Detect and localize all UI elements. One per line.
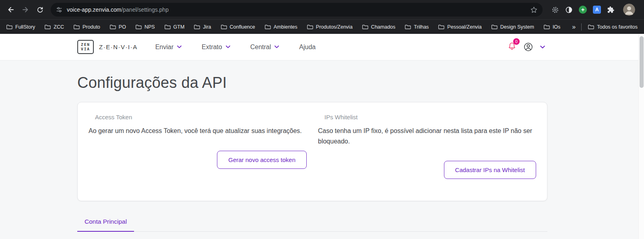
bookmark-item[interactable]: Confluence [221,24,255,30]
back-icon [7,6,15,14]
bookmark-label: Pessoal/Zenvia [447,24,481,30]
profile-avatar[interactable] [623,4,635,16]
bookmark-item[interactable]: PO [110,24,126,30]
bookmark-item[interactable]: Trilhas [405,24,429,30]
bookmark-item[interactable]: IOs [544,24,560,30]
url-bar[interactable]: voice-app.zenvia.com/panel/settings.php [51,3,543,17]
gear-icon[interactable] [551,6,559,14]
contrast-icon[interactable] [565,6,573,14]
bookmark-label: IOs [553,24,560,30]
bookmark-label: ZCC [54,24,64,30]
bookmark-label: Produtos/Zenvia [316,24,353,30]
folder-icon [221,24,227,29]
ips-whitelist-description: Caso tenha um IP fixo, é possível adicio… [318,126,536,146]
add-extension-icon[interactable]: + [579,6,587,14]
zenvia-logo[interactable]: ZEN VIA Z·E·N·V·I·A [77,40,138,54]
bookmark-label: Trilhas [414,24,429,30]
bookmark-label: Ambientes [274,24,297,30]
zenvia-logo-mark: ZEN VIA [77,40,94,54]
bookmark-item[interactable]: GTM [165,24,185,30]
forward-icon [21,6,29,14]
bookmarks-separator [581,23,582,31]
chevron-down-icon [275,46,279,48]
page-title: Configurações da API [77,74,644,91]
bookmark-item[interactable]: Pessoal/Zenvia [438,24,481,30]
bookmarks-overflow-chevron[interactable]: » [572,23,575,31]
folder-icon [45,24,51,29]
nav-item-ajuda[interactable]: Ajuda [299,44,316,51]
url-path: /panel/settings.php [121,6,169,13]
folder-icon [588,24,594,29]
generate-access-token-button[interactable]: Gerar novo access token [217,151,307,169]
bookmark-label: Confluence [230,24,255,30]
bookmark-item[interactable]: Jira [194,24,211,30]
folder-icon [438,24,444,29]
bookmark-item[interactable]: Design System [491,24,534,30]
folder-icon [544,24,550,29]
notification-count-badge: 0 [513,38,520,45]
account-tabs: Conta Principal [77,218,547,232]
notifications-button[interactable]: 0 [508,42,516,52]
all-bookmarks-folder[interactable]: Todos os favoritos [588,24,638,30]
folder-icon [74,24,80,29]
access-token-description: Ao gerar um novo Access Token, você terá… [89,126,307,136]
folder-icon [6,24,12,29]
avatar-photo [623,4,635,16]
bookmarks-bar: FullStory ZCC Produto PO NPS GTM Jira Co… [0,19,644,34]
reload-button[interactable] [33,3,47,17]
bookmark-label: Design System [500,24,534,30]
nav-label: Ajuda [299,44,316,51]
bookmark-item[interactable]: ZCC [45,24,64,30]
bookmark-item[interactable]: Produtos/Zenvia [307,24,353,30]
reload-icon [36,6,44,14]
bookmark-label: Chamados [371,24,395,30]
site-settings-icon[interactable] [56,6,63,13]
header-actions: 0 [508,42,545,52]
bookmark-label: Produto [83,24,100,30]
translate-extension-icon[interactable]: A [593,6,601,14]
folder-icon [491,24,497,29]
nav-item-extrato[interactable]: Extrato [202,44,230,51]
settings-page: Configurações da API Access Token Ao ger… [0,74,644,232]
bookmark-star-icon[interactable] [530,6,538,14]
scrollbar-thumb[interactable] [640,36,644,88]
bookmark-item[interactable]: Produto [74,24,100,30]
folder-icon [362,24,368,29]
bookmark-label: GTM [173,24,185,30]
bookmark-label: PO [119,24,126,30]
zenvia-wordmark: Z·E·N·V·I·A [99,44,138,50]
forward-button[interactable] [19,3,32,17]
folder-icon [194,24,200,29]
account-button[interactable] [523,42,533,52]
site-header: ZEN VIA Z·E·N·V·I·A Enviar Extrato Centr… [0,34,644,60]
chevron-down-icon [226,46,230,48]
nav-label: Enviar [155,44,173,51]
all-bookmarks-label: Todos os favoritos [597,24,638,30]
register-ips-whitelist-button[interactable]: Cadastrar IPs na Whitelist [444,161,536,179]
folder-icon [110,24,116,29]
nav-label: Central [250,44,271,51]
bookmark-label: NPS [144,24,155,30]
bookmark-item[interactable]: NPS [136,24,155,30]
logo-box-line1: ZEN [81,43,90,47]
api-settings-card: Access Token Ao gerar um novo Access Tok… [77,102,547,201]
main-nav: Enviar Extrato Central Ajuda [155,44,316,51]
folder-icon [165,24,171,29]
nav-item-enviar[interactable]: Enviar [155,44,182,51]
url-text[interactable]: voice-app.zenvia.com/panel/settings.php [67,6,530,13]
ips-whitelist-label: IPs Whitelist [324,114,536,121]
bookmark-item[interactable]: FullStory [6,24,35,30]
extensions-puzzle-icon[interactable] [607,6,615,14]
browser-toolbar: voice-app.zenvia.com/panel/settings.php … [0,0,644,19]
tab-conta-principal[interactable]: Conta Principal [77,218,134,232]
bookmark-item[interactable]: Chamados [362,24,395,30]
logo-box-line2: VIA [81,47,90,52]
folder-icon [307,24,313,29]
nav-item-central[interactable]: Central [250,44,279,51]
bookmark-item[interactable]: Ambientes [265,24,297,30]
account-menu-chevron-icon[interactable] [540,46,545,49]
back-button[interactable] [4,3,18,17]
page-scrollbar[interactable] [638,34,644,239]
folder-icon [265,24,271,29]
folder-icon [405,24,411,29]
